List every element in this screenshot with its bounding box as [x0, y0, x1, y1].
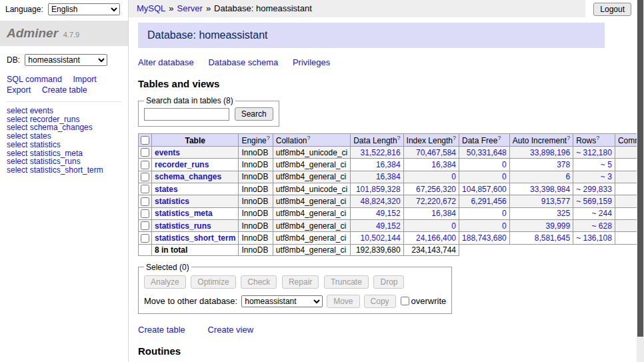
column-help-link[interactable]: ? — [596, 135, 599, 141]
index-length-link[interactable]: 16,384 — [431, 160, 456, 169]
data-free-link[interactable]: 0 — [502, 209, 507, 218]
scrollbar-thumb[interactable] — [637, 0, 643, 337]
column-help-link[interactable]: ? — [567, 135, 570, 141]
index-length-link[interactable]: 70,467,584 — [416, 148, 456, 157]
row-checkbox[interactable] — [141, 209, 149, 218]
data-free-link[interactable]: 6,291,456 — [471, 197, 506, 206]
table-name-link[interactable]: statistics — [155, 197, 189, 206]
analyze-button[interactable]: Analyze — [144, 275, 186, 289]
auto-increment-link[interactable]: 325 — [557, 209, 570, 218]
column-help-link[interactable]: ? — [497, 135, 501, 141]
index-length-link[interactable]: 72,220,672 — [416, 197, 456, 206]
drop-button[interactable]: Drop — [373, 275, 404, 289]
overwrite-option: overwrite — [400, 296, 447, 306]
rows-count-link[interactable]: ~ 299,833 — [576, 185, 612, 194]
data-length-link[interactable]: 16,384 — [376, 160, 401, 169]
auto-increment-link[interactable]: 39,999 — [545, 221, 570, 231]
data-length-link[interactable]: 31,522,816 — [361, 148, 401, 157]
table-name-link[interactable]: statistics_meta — [155, 209, 213, 218]
data-free-link[interactable]: 0 — [502, 172, 507, 181]
data-free-cell: 0 — [459, 219, 510, 231]
rows-count-link[interactable]: ~ 244 — [592, 209, 612, 218]
collation-cell: utf8mb4_unicode_ci — [273, 183, 350, 195]
data-length-link[interactable]: 10,502,144 — [361, 233, 401, 243]
sidebar-link-sql-command[interactable]: SQL command — [7, 74, 62, 85]
scrollbar[interactable] — [637, 0, 644, 362]
data-length-link[interactable]: 101,859,328 — [356, 185, 401, 194]
index-length-link[interactable]: 0 — [451, 172, 456, 181]
auto-increment-link[interactable]: 378 — [557, 160, 570, 169]
truncate-button[interactable]: Truncate — [324, 275, 369, 289]
row-checkbox[interactable] — [141, 148, 149, 157]
data-free-link[interactable]: 0 — [502, 160, 507, 169]
row-checkbox[interactable] — [141, 185, 149, 193]
table-name-link[interactable]: events — [155, 148, 180, 157]
check-button[interactable]: Check — [241, 275, 277, 289]
table-name-link[interactable]: states — [155, 185, 178, 194]
rows-count-link[interactable]: ~ 3 — [601, 172, 612, 181]
database-schema-link[interactable]: Database schema — [208, 57, 278, 67]
rows-count-link[interactable]: ~ 5 — [601, 160, 612, 169]
logout-button[interactable]: Logout — [593, 3, 631, 16]
table-name-link[interactable]: statistics_runs — [155, 221, 211, 231]
move-button[interactable]: Move — [327, 295, 359, 308]
rows-count-link[interactable]: ~ 136,108 — [576, 233, 612, 243]
column-help-link[interactable]: ? — [397, 135, 401, 141]
data-free-link[interactable]: 104,857,600 — [462, 185, 507, 194]
table-name-link[interactable]: schema_changes — [155, 172, 221, 181]
move-db-select[interactable]: homeassistant — [241, 295, 323, 307]
column-help-link[interactable]: ? — [267, 135, 270, 141]
rows-count-link[interactable]: ~ 628 — [592, 221, 612, 231]
data-free-link[interactable]: 50,331,648 — [467, 148, 507, 157]
totals-data-length: 192,839,680 — [351, 244, 403, 255]
create-view-link[interactable]: Create view — [207, 325, 253, 335]
select-all-checkbox[interactable] — [141, 136, 149, 145]
language-select[interactable]: English — [48, 3, 120, 15]
auto-increment-link[interactable]: 33,898,196 — [530, 148, 570, 157]
data-length-link[interactable]: 49,152 — [376, 209, 401, 218]
index-length-link[interactable]: 67,256,320 — [416, 185, 456, 194]
privileges-link[interactable]: Privileges — [293, 57, 330, 67]
content-area: MySQL»Server»Database: homeassistant Log… — [129, 0, 637, 362]
table-name-link[interactable]: recorder_runs — [155, 160, 209, 169]
auto-increment-link[interactable]: 6 — [565, 172, 570, 181]
create-table-link[interactable]: Create table — [138, 325, 185, 335]
row-checkbox-cell — [139, 171, 152, 183]
index-length-link[interactable]: 16,384 — [431, 209, 456, 218]
breadcrumb-server-type-link[interactable]: MySQL — [137, 3, 165, 13]
row-checkbox[interactable] — [141, 161, 149, 169]
data-length-link[interactable]: 16,384 — [376, 172, 401, 181]
search-button[interactable]: Search — [235, 107, 273, 121]
row-checkbox[interactable] — [141, 173, 149, 181]
auto-increment-link[interactable]: 913,577 — [541, 197, 570, 206]
index-length-link[interactable]: 24,166,400 — [416, 233, 456, 243]
optimize-button[interactable]: Optimize — [191, 275, 235, 289]
copy-button[interactable]: Copy — [364, 295, 396, 308]
sidebar-link-export[interactable]: Export — [7, 85, 31, 95]
overwrite-checkbox[interactable] — [401, 297, 409, 305]
auto-increment-link[interactable]: 8,581,645 — [535, 233, 570, 243]
db-select[interactable]: homeassistant — [25, 54, 107, 66]
table-name-link[interactable]: statistics_short_term — [155, 233, 235, 243]
rows-count-link[interactable]: ~ 312,180 — [576, 148, 612, 157]
column-header-table: Table — [152, 134, 239, 147]
alter-database-link[interactable]: Alter database — [138, 57, 194, 67]
column-help-link[interactable]: ? — [307, 135, 310, 141]
data-free-link[interactable]: 0 — [502, 221, 507, 231]
index-length-link[interactable]: 0 — [451, 221, 456, 231]
row-checkbox[interactable] — [141, 234, 149, 243]
sidebar-link-create-table[interactable]: Create table — [42, 85, 87, 95]
rows-count-link[interactable]: ~ 569,159 — [576, 197, 612, 206]
data-free-link[interactable]: 188,743,680 — [462, 233, 507, 243]
sidebar-table-link-statistics-short-term[interactable]: select statistics_short_term — [7, 165, 103, 175]
auto-increment-link[interactable]: 33,398,984 — [530, 185, 570, 194]
data-length-link[interactable]: 48,824,320 — [361, 197, 401, 206]
search-input[interactable] — [144, 108, 229, 121]
repair-button[interactable]: Repair — [282, 275, 319, 289]
breadcrumb-server-link[interactable]: Server — [177, 3, 203, 13]
sidebar-link-import[interactable]: Import — [73, 74, 96, 85]
data-length-link[interactable]: 49,152 — [376, 221, 401, 231]
row-checkbox[interactable] — [141, 221, 149, 230]
column-help-link[interactable]: ? — [453, 135, 456, 141]
row-checkbox[interactable] — [141, 197, 149, 206]
